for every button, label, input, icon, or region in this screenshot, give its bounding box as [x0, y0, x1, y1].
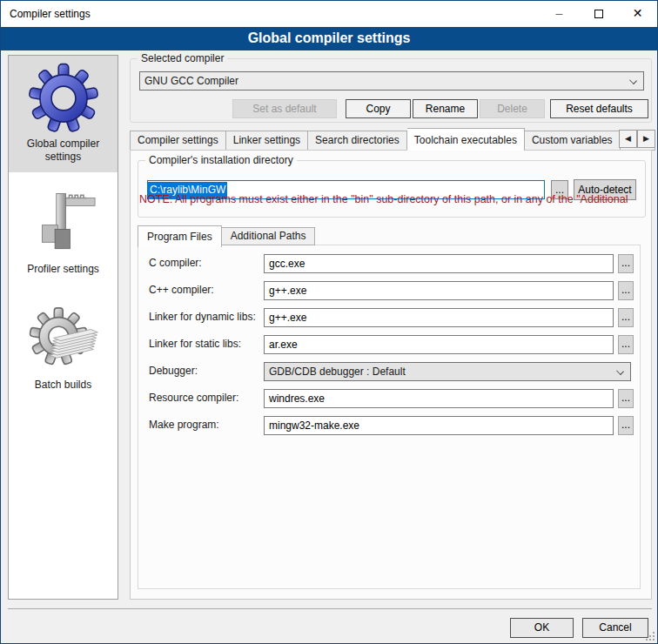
dynamic-linker-row: Linker for dynamic libs: ...: [138, 308, 640, 327]
dynamic-linker-input[interactable]: [264, 308, 614, 327]
browse-button[interactable]: ...: [618, 335, 634, 354]
debugger-select-value: GDB/CDB debugger : Default: [269, 366, 406, 378]
debugger-select[interactable]: GDB/CDB debugger : Default: [264, 362, 631, 381]
note-text: NOTE: All programs must exist either in …: [139, 193, 642, 205]
chevron-down-icon: [629, 77, 637, 84]
resource-compiler-input[interactable]: [264, 389, 614, 408]
subtab-program-files[interactable]: Program Files: [138, 225, 222, 247]
field-label: Linker for static libs:: [149, 338, 241, 350]
set-as-default-button[interactable]: Set as default: [232, 99, 337, 118]
delete-button[interactable]: Delete: [480, 99, 545, 118]
tab-scroll-left-button[interactable]: ◀: [619, 130, 637, 148]
field-label: Debugger:: [149, 365, 198, 377]
browse-button[interactable]: ...: [618, 281, 634, 300]
static-linker-input[interactable]: [264, 335, 614, 354]
group-label: Selected compiler: [138, 52, 227, 64]
sidebar-item-batch-builds[interactable]: Batch builds: [9, 297, 118, 400]
sidebar-item-global-compiler-settings[interactable]: Global compiler settings: [9, 56, 118, 172]
browse-button[interactable]: ...: [618, 308, 634, 327]
settings-category-list: Global compiler settings Profiler settin…: [8, 55, 118, 600]
resize-grip-icon[interactable]: [646, 632, 655, 641]
make-program-input[interactable]: [264, 416, 614, 435]
selected-compiler-group: Selected compiler GNU GCC Compiler Set a…: [130, 58, 652, 123]
tab-scroll-right-button[interactable]: ▶: [637, 130, 655, 148]
compiler-select-value: GNU GCC Compiler: [144, 75, 238, 87]
browse-button[interactable]: ...: [618, 389, 634, 408]
debugger-row: Debugger: GDB/CDB debugger : Default: [138, 362, 640, 381]
cpp-compiler-input[interactable]: [264, 281, 614, 300]
maximize-button[interactable]: [579, 1, 618, 26]
browse-button[interactable]: ...: [618, 254, 634, 273]
field-label: Make program:: [149, 419, 219, 431]
compiler-select[interactable]: GNU GCC Compiler: [139, 71, 644, 91]
batch-builds-icon: [28, 304, 99, 375]
c-compiler-row: C compiler: ...: [138, 254, 640, 273]
arrow-right-icon: ▶: [643, 134, 649, 143]
c-compiler-input[interactable]: [264, 254, 614, 273]
title-bar[interactable]: Compiler settings – ✕: [1, 1, 657, 27]
sidebar-item-profiler-settings[interactable]: Profiler settings: [9, 181, 118, 285]
installation-directory-group: Compiler's installation directory C:\ray…: [138, 160, 646, 218]
resource-compiler-row: Resource compiler: ...: [138, 389, 640, 408]
field-label: Linker for dynamic libs:: [149, 311, 256, 323]
header-banner: Global compiler settings: [1, 27, 657, 50]
sidebar-item-label: Batch builds: [12, 379, 114, 392]
footer-separator: [8, 608, 652, 609]
field-label: Resource compiler:: [149, 392, 238, 404]
sidebar-item-label: Profiler settings: [12, 263, 114, 276]
sidebar-item-label: Global compiler settings: [12, 138, 114, 164]
maximize-icon: [594, 10, 603, 18]
reset-defaults-button[interactable]: Reset defaults: [550, 99, 648, 118]
static-linker-row: Linker for static libs: ...: [138, 335, 640, 354]
toolchain-executables-page: Compiler's installation directory C:\ray…: [130, 150, 652, 600]
window-title: Compiler settings: [10, 1, 91, 27]
cpp-compiler-row: C++ compiler: ...: [138, 281, 640, 300]
tab-search-directories[interactable]: Search directories: [308, 131, 407, 151]
tab-linker-settings[interactable]: Linker settings: [226, 131, 308, 151]
tab-toolchain-executables[interactable]: Toolchain executables: [407, 128, 525, 151]
close-icon: ✕: [633, 6, 643, 20]
minimize-button[interactable]: –: [540, 1, 579, 26]
subtab-additional-paths[interactable]: Additional Paths: [222, 227, 316, 245]
tab-custom-variables[interactable]: Custom variables: [525, 131, 621, 151]
arrow-left-icon: ◀: [625, 134, 631, 143]
caliper-icon: [28, 188, 99, 259]
subtabbar: Program Files Additional Paths: [138, 225, 315, 245]
chevron-down-icon: [616, 367, 624, 375]
blue-gear-icon: [28, 63, 99, 134]
copy-button[interactable]: Copy: [346, 99, 411, 118]
minimize-icon: –: [556, 6, 563, 20]
field-label: C compiler:: [149, 257, 202, 269]
rename-button[interactable]: Rename: [413, 99, 478, 118]
main-tabbar: Compiler settings Linker settings Search…: [130, 131, 655, 151]
compiler-settings-dialog: Compiler settings – ✕ Global compiler se…: [0, 0, 658, 644]
group-label: Compiler's installation directory: [145, 154, 297, 166]
field-label: C++ compiler:: [149, 284, 214, 296]
ok-button[interactable]: OK: [510, 618, 574, 638]
page-title: Global compiler settings: [1, 27, 657, 50]
browse-button[interactable]: ...: [618, 416, 634, 435]
tab-scroller: ◀ ▶: [619, 130, 655, 148]
close-button[interactable]: ✕: [618, 1, 657, 26]
tab-compiler-settings[interactable]: Compiler settings: [130, 131, 226, 151]
cancel-button[interactable]: Cancel: [582, 618, 648, 638]
program-files-page: C compiler: ... C++ compiler: ... Linker…: [138, 245, 641, 589]
make-program-row: Make program: ...: [138, 416, 640, 435]
